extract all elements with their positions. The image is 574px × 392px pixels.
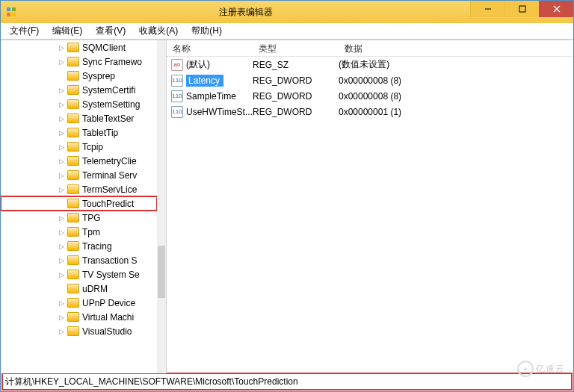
tree-item-terminal-serv[interactable]: ▷Terminal Serv bbox=[1, 168, 157, 182]
expand-icon[interactable]: ▷ bbox=[58, 313, 66, 321]
header-type[interactable]: 类型 bbox=[253, 40, 339, 56]
titlebar[interactable]: 注册表编辑器 bbox=[1, 1, 573, 23]
tree-item-upnp-device[interactable]: ▷UPnP Device bbox=[1, 296, 157, 310]
tree-item-tabletextser[interactable]: ▷TableTextSer bbox=[1, 111, 157, 125]
expand-icon[interactable] bbox=[58, 199, 66, 208]
value-data: 0x00000008 (8) bbox=[339, 91, 573, 102]
tree-pane: ▷SQMClient▷Sync FramewoSysprep▷SystemCer… bbox=[1, 40, 167, 373]
tree-item-systemcertifi[interactable]: ▷SystemCertifi bbox=[1, 83, 157, 97]
menu-file[interactable]: 文件(F) bbox=[4, 23, 45, 39]
tree-item-label: TPG bbox=[82, 213, 101, 223]
list-row[interactable]: 110SampleTimeREG_DWORD0x00000008 (8) bbox=[167, 88, 573, 104]
folder-icon bbox=[67, 241, 79, 251]
expand-icon[interactable]: ▷ bbox=[58, 171, 66, 179]
status-bar: 计算机\HKEY_LOCAL_MACHINE\SOFTWARE\Microsof… bbox=[2, 373, 572, 390]
tree-item-virtual-machi[interactable]: ▷Virtual Machi bbox=[1, 310, 157, 324]
expand-icon[interactable] bbox=[58, 284, 66, 293]
tree-item-termservlice[interactable]: ▷TermServLice bbox=[1, 182, 157, 196]
menu-view[interactable]: 查看(V) bbox=[90, 23, 132, 39]
tree-item-tpm[interactable]: ▷Tpm bbox=[1, 225, 157, 239]
content-area: ▷SQMClient▷Sync FramewoSysprep▷SystemCer… bbox=[1, 40, 573, 373]
svg-rect-3 bbox=[12, 13, 16, 16]
tree-item-sysprep[interactable]: Sysprep bbox=[1, 69, 157, 83]
tree-item-transaction-s[interactable]: ▷Transaction S bbox=[1, 253, 157, 267]
watermark-text: 亿速云 bbox=[536, 363, 565, 376]
app-icon bbox=[5, 6, 17, 18]
expand-icon[interactable]: ▷ bbox=[58, 256, 66, 264]
svg-rect-5 bbox=[519, 6, 525, 12]
expand-icon[interactable]: ▷ bbox=[58, 57, 66, 66]
folder-icon bbox=[67, 170, 79, 180]
expand-icon[interactable]: ▷ bbox=[58, 114, 66, 122]
header-name[interactable]: 名称 bbox=[167, 40, 253, 56]
tree-item-tcpip[interactable]: ▷Tcpip bbox=[1, 140, 157, 154]
expand-icon[interactable]: ▷ bbox=[58, 128, 66, 137]
expand-icon[interactable]: ▷ bbox=[58, 270, 66, 279]
tree-item-label: TableTextSer bbox=[82, 113, 134, 124]
expand-icon[interactable]: ▷ bbox=[58, 242, 66, 250]
tree-item-tv-system-se[interactable]: ▷TV System Se bbox=[1, 267, 157, 281]
tree-scrollbar[interactable] bbox=[157, 40, 166, 373]
expand-icon[interactable]: ▷ bbox=[58, 86, 66, 94]
folder-icon bbox=[67, 284, 79, 293]
close-button[interactable] bbox=[539, 1, 573, 17]
list-row[interactable]: 110UseHWTimeSt...REG_DWORD0x00000001 (1) bbox=[167, 104, 573, 119]
tree-item-tablettip[interactable]: ▷TabletTip bbox=[1, 125, 157, 140]
folder-icon bbox=[67, 312, 79, 322]
window-title: 注册表编辑器 bbox=[22, 6, 470, 19]
list-row[interactable]: ab(默认)REG_SZ(数值未设置) bbox=[167, 57, 573, 72]
binary-value-icon: 110 bbox=[171, 90, 183, 102]
tree-item-touchpredict[interactable]: TouchPredict bbox=[1, 196, 157, 211]
tree-item-tracing[interactable]: ▷Tracing bbox=[1, 239, 157, 253]
menu-edit[interactable]: 编辑(E) bbox=[46, 23, 88, 39]
tree-item-label: UPnP Device bbox=[82, 298, 135, 308]
expand-icon[interactable] bbox=[58, 72, 66, 80]
binary-value-icon: 110 bbox=[171, 106, 183, 118]
tree-item-udrm[interactable]: uDRM bbox=[1, 281, 157, 296]
folder-icon bbox=[67, 227, 79, 237]
folder-icon bbox=[67, 142, 79, 152]
value-data: 0x00000008 (8) bbox=[339, 75, 573, 86]
value-type: REG_SZ bbox=[253, 60, 339, 70]
minimize-button[interactable] bbox=[470, 1, 504, 17]
expand-icon[interactable]: ▷ bbox=[58, 43, 66, 52]
tree-item-label: TouchPredict bbox=[82, 199, 134, 209]
svg-rect-1 bbox=[12, 7, 16, 11]
header-data[interactable]: 数据 bbox=[339, 40, 573, 56]
list-row[interactable]: 110LatencyREG_DWORD0x00000008 (8) bbox=[167, 72, 573, 88]
folder-icon bbox=[67, 255, 79, 265]
value-data: 0x00000001 (1) bbox=[339, 107, 573, 117]
value-type: REG_DWORD bbox=[253, 91, 339, 102]
tree-item-tpg[interactable]: ▷TPG bbox=[1, 211, 157, 225]
expand-icon[interactable]: ▷ bbox=[58, 327, 66, 335]
expand-icon[interactable]: ▷ bbox=[58, 299, 66, 307]
expand-icon[interactable]: ▷ bbox=[58, 157, 66, 165]
value-name: UseHWTimeSt... bbox=[186, 107, 253, 117]
watermark-icon: ✦ bbox=[517, 361, 534, 377]
scrollbar-thumb[interactable] bbox=[158, 246, 165, 298]
svg-rect-2 bbox=[7, 13, 10, 16]
tree-item-sqmclient[interactable]: ▷SQMClient bbox=[1, 40, 157, 55]
expand-icon[interactable]: ▷ bbox=[58, 185, 66, 193]
tree-item-visualstudio[interactable]: ▷VisualStudio bbox=[1, 324, 157, 338]
tree-item-sync-framewo[interactable]: ▷Sync Framewo bbox=[1, 55, 157, 69]
tree-item-systemsetting[interactable]: ▷SystemSetting bbox=[1, 97, 157, 111]
tree-item-label: Transaction S bbox=[82, 255, 138, 266]
tree-item-label: Tracing bbox=[82, 241, 112, 252]
folder-icon bbox=[67, 113, 79, 123]
tree-item-label: TabletTip bbox=[82, 128, 118, 138]
list-pane: 名称 类型 数据 ab(默认)REG_SZ(数值未设置)110LatencyRE… bbox=[167, 40, 573, 373]
expand-icon[interactable]: ▷ bbox=[58, 228, 66, 236]
menu-favorites[interactable]: 收藏夹(A) bbox=[133, 23, 184, 39]
list-body[interactable]: ab(默认)REG_SZ(数值未设置)110LatencyREG_DWORD0x… bbox=[167, 57, 573, 119]
tree-item-telemetryclie[interactable]: ▷TelemetryClie bbox=[1, 154, 157, 168]
menu-help[interactable]: 帮助(H) bbox=[185, 23, 228, 39]
expand-icon[interactable]: ▷ bbox=[58, 100, 66, 108]
string-value-icon: ab bbox=[171, 59, 183, 71]
tree-item-label: uDRM bbox=[82, 284, 108, 294]
list-header: 名称 类型 数据 bbox=[167, 40, 573, 57]
tree-list[interactable]: ▷SQMClient▷Sync FramewoSysprep▷SystemCer… bbox=[1, 40, 157, 373]
maximize-button[interactable] bbox=[504, 1, 539, 17]
expand-icon[interactable]: ▷ bbox=[58, 214, 66, 222]
expand-icon[interactable]: ▷ bbox=[58, 143, 66, 151]
